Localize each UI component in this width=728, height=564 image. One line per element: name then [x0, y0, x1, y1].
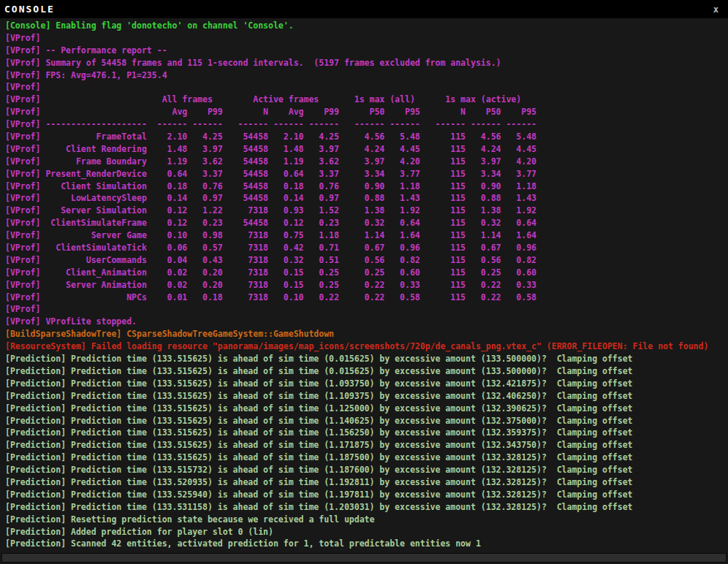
- console-line: [VProf]: [5, 81, 728, 94]
- console-line: [VProf] Present_RenderDevice 0.64 3.37 5…: [5, 168, 728, 180]
- console-line: [Prediction] Prediction time (133.515625…: [5, 439, 728, 451]
- console-line: [VProf] NPCs 0.01 0.18 7318 0.10 0.22 0.…: [5, 291, 728, 304]
- console-line: [ResourceSystem] Failed loading resource…: [5, 340, 728, 353]
- console-line: [VProf] ClientSimulateTick 0.06 0.57 731…: [5, 242, 728, 254]
- console-line: [VProf] Server Animation 0.02 0.20 7318 …: [5, 279, 728, 291]
- console-line: [Prediction] Prediction time (133.515625…: [5, 353, 728, 365]
- console-line: [VProf] Client Rendering 1.48 3.97 54458…: [5, 143, 728, 156]
- console-line: [VProf] -------------------- ------ ----…: [5, 118, 728, 131]
- console-line: [VProf] Client_Animation 0.02 0.20 7318 …: [5, 267, 728, 279]
- console-window: CONSOLE x [Console] Enabling flag 'donot…: [0, 0, 728, 564]
- console-line: [VProf] UserCommands 0.04 0.43 7318 0.32…: [5, 254, 728, 267]
- console-line: [Prediction] Prediction time (133.515625…: [5, 365, 728, 378]
- console-line: [Prediction] Prediction time (133.515625…: [5, 390, 728, 403]
- console-line: [Prediction] Prediction time (133.515625…: [5, 403, 728, 415]
- console-line: [VProf] Server Simulation 0.12 1.22 7318…: [5, 205, 728, 217]
- console-line: [VProf] Summary of 54458 frames and 115 …: [5, 57, 728, 69]
- console-line: [Prediction] Prediction time (133.515625…: [5, 451, 728, 464]
- console-line: [VProf]: [5, 32, 728, 45]
- console-line: [VProf] ClientSimulateFrame 0.12 0.23 54…: [5, 217, 728, 229]
- console-line: [VProf] FrameTotal 2.10 4.25 54458 2.10 …: [5, 131, 728, 143]
- console-line: [VProf] LowLatencySleep 0.14 0.97 54458 …: [5, 192, 728, 205]
- console-line: [Prediction] Prediction time (133.520935…: [5, 476, 728, 489]
- console-line: [VProf]: [5, 303, 728, 316]
- console-input-bar: [1, 553, 727, 563]
- console-log[interactable]: [Console] Enabling flag 'donotecho' on c…: [0, 18, 728, 552]
- titlebar: CONSOLE x: [0, 0, 728, 18]
- close-button[interactable]: x: [711, 4, 721, 15]
- console-line: [Console] Enabling flag 'donotecho' on c…: [5, 20, 728, 32]
- console-line: [Prediction] Scanned 42 entities, activa…: [5, 538, 728, 550]
- window-title: CONSOLE: [4, 4, 55, 15]
- console-line: [Prediction] Prediction time (133.515625…: [5, 378, 728, 390]
- console-line: [Prediction] Resetting prediction state …: [5, 514, 728, 526]
- console-line: [Prediction] Prediction time (133.515625…: [5, 415, 728, 427]
- console-line: [Prediction] Prediction time (133.525940…: [5, 489, 728, 501]
- console-line: [VProf] VProfLite stopped.: [5, 316, 728, 328]
- console-line: [VProf] Client Simulation 0.18 0.76 5445…: [5, 180, 728, 193]
- console-line: [Prediction] Prediction time (133.515625…: [5, 427, 728, 439]
- console-line: [Prediction] Prediction time (133.531158…: [5, 501, 728, 514]
- console-input[interactable]: [2, 558, 726, 564]
- console-line: [VProf] Avg P99 N Avg P99 P50 P95 N P50 …: [5, 106, 728, 118]
- console-line: [VProf] FPS: Avg=476.1, P1=235.4: [5, 69, 728, 82]
- console-line: [VProf] All frames Active frames 1s max …: [5, 94, 728, 106]
- console-line: [VProf] -- Performance report --: [5, 45, 728, 57]
- console-line: [BuildSparseShadowTree] CSparseShadowTre…: [5, 328, 728, 340]
- console-line: [Prediction] Prediction time (133.515732…: [5, 464, 728, 476]
- console-line: [VProf] Server Game 0.10 0.98 7318 0.75 …: [5, 229, 728, 242]
- console-line: [VProf] Frame Boundary 1.19 3.62 54458 1…: [5, 156, 728, 168]
- console-line: [Prediction] Added prediction for player…: [5, 526, 728, 538]
